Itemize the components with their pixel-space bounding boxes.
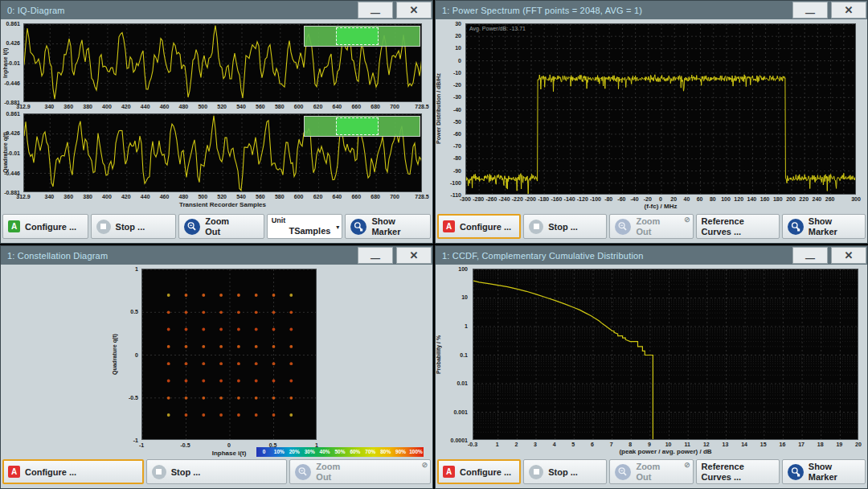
zoom-selection-handle[interactable] [336,27,379,45]
tick-label: 0.0001 [451,438,468,443]
iq-plot2-quadrature[interactable] [23,113,422,192]
close-button[interactable]: ✕ [396,2,432,18]
iq-titlebar[interactable]: 0: IQ-Diagram — ✕ [1,1,432,19]
stop-button[interactable]: Stop ... [91,214,177,239]
colorbar-label: 0 [256,447,272,457]
tick-label: 0.1 [460,351,468,357]
tick-label: 600 [294,194,304,199]
tick-label: 100 [721,196,731,202]
marker-icon [788,219,804,235]
tick-label: 620 [313,104,323,109]
tick-label: 660 [351,104,361,109]
zoom-out-button-disabled[interactable]: ZoomOut ⊘ [609,214,693,239]
tick-label: 100 [458,266,468,272]
window-power-spectrum: 1: Power Spectrum (FFT points = 2048, AV… [435,0,868,244]
reference-curves-button[interactable]: ReferenceCurves ... [696,459,780,484]
minimize-button[interactable]: — [358,247,393,264]
close-button[interactable]: ✕ [831,2,866,18]
zoom-overview-widget[interactable] [304,26,420,47]
tick-label: 10 [455,45,461,51]
a-badge-icon: A [8,220,20,232]
tick-label: -300 [460,196,471,202]
tick-label: 30 [455,21,461,27]
tick-label: 18 [817,442,824,447]
tick-label: 220 [799,196,809,202]
ccdf-plot[interactable] [473,269,858,440]
tick-label: -60 [453,130,461,136]
magnifier-icon [184,219,200,235]
tick-label: 0 [135,351,138,357]
zoom-out-button[interactable]: ZoomOut [178,214,264,239]
tick-label: 360 [63,194,73,199]
zoom-out-button-disabled[interactable]: ZoomOut ⊘ [609,459,693,484]
stop-button[interactable]: Stop ... [146,459,288,484]
tick-label: -220 [512,196,523,202]
constellation-titlebar[interactable]: 1: Constellation Diagram — ✕ [1,246,432,265]
tick-label: 0.426 [6,40,20,46]
minimize-button[interactable]: — [792,247,828,264]
tick-label: 5 [571,442,575,447]
minimize-button[interactable]: — [358,2,393,18]
configure-button[interactable]: A Configure ... [437,214,521,239]
tick-label: 460 [160,104,170,109]
unit-dropdown[interactable]: Unit TSamples ▾ [267,214,343,239]
tick-label: 0.861 [6,111,20,117]
tick-label: -40 [453,106,461,112]
close-button[interactable]: ✕ [396,247,432,264]
show-marker-button[interactable]: ShowMarker [782,459,866,484]
tick-label: -180 [538,196,549,202]
tick-label: 380 [83,194,92,199]
ccdf-yticks: 1001010.10.010.0010.0001 [444,269,469,440]
zoom-overview-widget[interactable] [304,116,420,137]
tick-label: -20 [453,82,461,88]
ccdf-window-title: 1: CCDF, Complementary Cumulative Distri… [436,251,644,261]
tick-label: 14 [741,442,747,447]
tick-label: 620 [313,194,323,199]
configure-button[interactable]: A Configure ... [2,214,88,239]
tick-label: 180 [773,196,783,202]
tick-label: -260 [485,196,497,202]
constellation-toolbar: A Configure ... Stop ... ZoomOut ⊘ [1,458,432,488]
stop-button[interactable]: Stop ... [523,459,607,484]
reference-curves-button[interactable]: ReferenceCurves ... [696,214,780,239]
minimize-icon: — [805,253,815,264]
tick-label: 460 [160,194,170,199]
tick-label: -40 [631,196,639,202]
close-icon: ✕ [410,249,419,261]
show-marker-button[interactable]: ShowMarker [345,214,431,239]
zoom-out-button-disabled[interactable]: ZoomOut ⊘ [289,459,431,484]
tick-label: 6 [591,442,594,447]
tick-label: 10 [665,442,672,447]
colorbar-label: 40% [317,447,333,457]
avg-power-annotation: Avg. Power/dB: -13.71 [469,26,526,31]
constellation-plot[interactable] [141,269,317,440]
tick-label: 11 [684,442,690,447]
show-marker-button[interactable]: ShowMarker [782,214,866,239]
tick-label: 20 [455,33,461,39]
configure-button[interactable]: A Configure ... [437,459,521,484]
tick-label: 2 [514,442,518,447]
tick-label: 340 [44,104,54,109]
configure-button[interactable]: A Configure ... [2,459,144,484]
zoom-selection-handle[interactable] [336,117,379,135]
colorbar-label: 10% [272,447,287,457]
iq-plot1-inphase[interactable] [23,23,422,102]
close-button[interactable]: ✕ [831,247,866,264]
close-icon: ✕ [410,4,419,16]
spectrum-plot[interactable]: Avg. Power/dB: -13.71 [465,23,856,195]
tick-label: -0.446 [4,80,20,85]
minimize-button[interactable]: — [792,2,828,18]
colorbar-label: 20% [287,447,302,457]
tick-label: -30 [453,94,461,100]
colorbar-label: 30% [302,447,317,457]
tick-label: 0.5 [130,309,138,314]
ccdf-titlebar[interactable]: 1: CCDF, Complementary Cumulative Distri… [436,246,867,265]
tick-label: 680 [371,104,380,109]
tick-label: -10 [453,69,461,75]
tick-label: 640 [333,194,342,199]
stop-button[interactable]: Stop ... [523,214,607,239]
tick-label: 560 [256,104,265,109]
spectrum-titlebar[interactable]: 1: Power Spectrum (FFT points = 2048, AV… [436,1,867,19]
tick-label: -120 [577,196,588,202]
tick-label: -280 [473,196,484,202]
